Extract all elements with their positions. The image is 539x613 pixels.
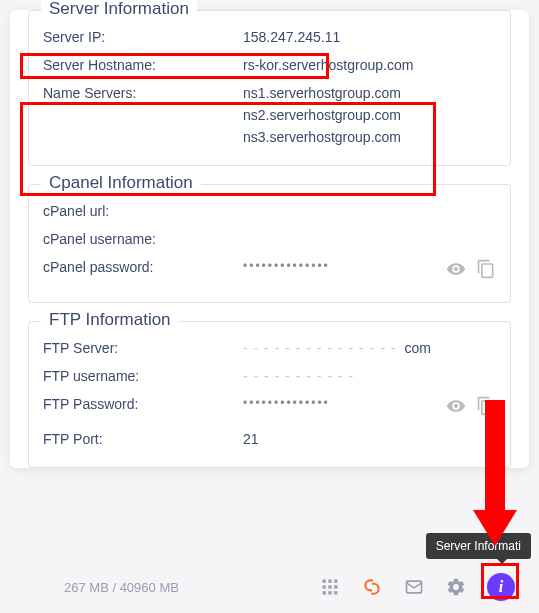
row-name-servers: Name Servers: ns1.serverhostgroup.com ns…: [43, 79, 496, 151]
storage-stats: 267 MB / 40960 MB: [64, 580, 179, 595]
svg-rect-8: [334, 591, 337, 594]
eye-icon[interactable]: [446, 259, 466, 282]
label-server-ip: Server IP:: [43, 29, 243, 45]
info-card: Server Information Server IP: 158.247.24…: [10, 10, 529, 468]
label-ftp-password: FTP Password:: [43, 396, 243, 412]
value-server-ip: 158.247.245.11: [243, 29, 496, 45]
svg-rect-3: [323, 585, 326, 588]
eye-icon[interactable]: [446, 396, 466, 419]
value-ftp-password: ••••••••••••••: [243, 396, 446, 410]
ftp-info-section: FTP Information FTP Server: - - - - - - …: [28, 321, 511, 468]
label-name-servers: Name Servers:: [43, 85, 243, 101]
label-ftp-port: FTP Port:: [43, 431, 243, 447]
row-server-ip: Server IP: 158.247.245.11: [43, 23, 496, 51]
copy-icon[interactable]: [476, 396, 496, 419]
value-ftp-server: - - - - - - - - - - - - - - - com: [243, 340, 496, 356]
row-ftp-password: FTP Password: ••••••••••••••: [43, 390, 496, 425]
ns3: ns3.serverhostgroup.com: [243, 129, 496, 145]
cpanel-info-section: Cpanel Information cPanel url: cPanel us…: [28, 184, 511, 303]
row-ftp-port: FTP Port: 21: [43, 425, 496, 453]
value-ftp-username: - - - - - - - - - - -: [243, 368, 496, 384]
copy-icon[interactable]: [476, 259, 496, 282]
svg-rect-2: [334, 580, 337, 583]
label-server-hostname: Server Hostname:: [43, 57, 243, 73]
row-cpanel-username: cPanel username:: [43, 225, 496, 253]
ns2: ns2.serverhostgroup.com: [243, 107, 496, 123]
value-cpanel-password: ••••••••••••••: [243, 259, 446, 273]
server-info-title: Server Information: [41, 0, 197, 19]
label-cpanel-password: cPanel password:: [43, 259, 243, 275]
value-server-hostname: rs-kor.serverhostgroup.com: [243, 57, 496, 73]
ftp-info-title: FTP Information: [41, 310, 179, 330]
action-icons: i: [319, 573, 515, 601]
svg-rect-0: [323, 580, 326, 583]
cpanel-icon[interactable]: [361, 576, 383, 598]
label-ftp-server: FTP Server:: [43, 340, 243, 356]
bottom-bar: 267 MB / 40960 MB i: [0, 573, 539, 601]
svg-rect-7: [328, 591, 331, 594]
info-icon[interactable]: i: [487, 573, 515, 601]
svg-rect-5: [334, 585, 337, 588]
redacted-dashes: - - - - - - - - - - - - - - -: [243, 340, 396, 356]
ftp-server-suffix: com: [404, 340, 430, 356]
row-ftp-username: FTP username: - - - - - - - - - - -: [43, 362, 496, 390]
gear-icon[interactable]: [445, 576, 467, 598]
svg-rect-1: [328, 580, 331, 583]
value-ftp-port: 21: [243, 431, 496, 447]
svg-rect-4: [328, 585, 331, 588]
svg-rect-6: [323, 591, 326, 594]
mail-icon[interactable]: [403, 576, 425, 598]
row-server-hostname: Server Hostname: rs-kor.serverhostgroup.…: [43, 51, 496, 79]
cpanel-info-title: Cpanel Information: [41, 173, 201, 193]
value-name-servers: ns1.serverhostgroup.com ns2.serverhostgr…: [243, 85, 496, 145]
row-ftp-server: FTP Server: - - - - - - - - - - - - - - …: [43, 334, 496, 362]
server-info-section: Server Information Server IP: 158.247.24…: [28, 10, 511, 166]
apps-icon[interactable]: [319, 576, 341, 598]
ns1: ns1.serverhostgroup.com: [243, 85, 496, 101]
label-ftp-username: FTP username:: [43, 368, 243, 384]
label-cpanel-url: cPanel url:: [43, 203, 243, 219]
tooltip-server-info: Server Informati: [426, 533, 531, 559]
row-cpanel-password: cPanel password: ••••••••••••••: [43, 253, 496, 288]
label-cpanel-username: cPanel username:: [43, 231, 243, 247]
row-cpanel-url: cPanel url:: [43, 197, 496, 225]
